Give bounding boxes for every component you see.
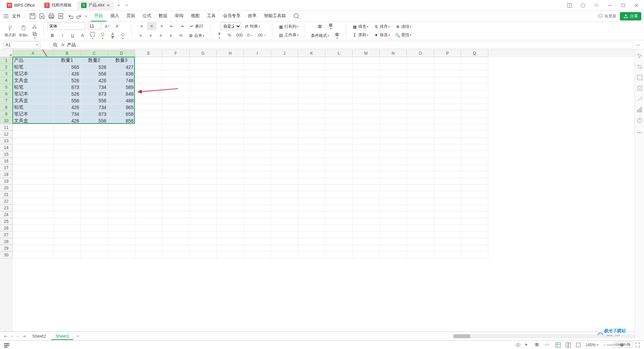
cell[interactable] xyxy=(461,111,488,117)
cell[interactable] xyxy=(135,238,162,245)
cell[interactable] xyxy=(434,131,461,138)
cell[interactable] xyxy=(190,138,217,144)
cell[interactable] xyxy=(407,191,434,198)
cell[interactable] xyxy=(380,245,407,252)
row-header[interactable]: 15 xyxy=(0,151,13,158)
cell[interactable] xyxy=(217,117,244,124)
cell[interactable] xyxy=(271,185,298,191)
cell[interactable] xyxy=(353,111,380,117)
cell[interactable]: 数量3 xyxy=(108,57,135,64)
tools-icon[interactable] xyxy=(637,96,643,102)
cell[interactable] xyxy=(325,91,353,97)
zoom-level[interactable]: 145% xyxy=(585,343,596,347)
column-header[interactable]: J xyxy=(271,50,298,57)
cell[interactable] xyxy=(461,238,488,245)
cell[interactable] xyxy=(13,245,54,252)
cell[interactable] xyxy=(461,171,488,178)
cell[interactable] xyxy=(298,84,325,91)
cell[interactable] xyxy=(461,91,488,97)
cell[interactable] xyxy=(325,104,353,111)
cell[interactable] xyxy=(298,205,325,211)
cell[interactable] xyxy=(244,225,271,232)
cell[interactable] xyxy=(325,211,353,218)
cell[interactable] xyxy=(461,178,488,185)
cell[interactable]: 734 xyxy=(81,84,108,91)
cell[interactable] xyxy=(244,238,271,245)
row-header[interactable]: 28 xyxy=(0,238,13,245)
cell[interactable] xyxy=(325,64,353,70)
cell[interactable] xyxy=(135,185,162,191)
column-header[interactable]: M xyxy=(353,50,380,57)
sheet-tab-active[interactable]: Sheet1 xyxy=(51,332,73,340)
cell[interactable] xyxy=(407,211,434,218)
cell[interactable] xyxy=(353,91,380,97)
cell[interactable] xyxy=(461,185,488,191)
print-icon[interactable] xyxy=(48,13,55,19)
cell[interactable] xyxy=(325,252,353,258)
cell[interactable] xyxy=(298,77,325,84)
cell[interactable] xyxy=(461,131,488,138)
row-header[interactable]: 21 xyxy=(0,191,13,198)
cell[interactable]: 426 xyxy=(54,104,81,111)
cell[interactable] xyxy=(271,164,298,171)
column-header[interactable]: F xyxy=(162,50,190,57)
cell[interactable]: 笔记本 xyxy=(13,91,54,97)
cell[interactable]: 873 xyxy=(81,111,108,117)
cell[interactable] xyxy=(108,245,135,252)
fill-button[interactable]: ▦填充▾ xyxy=(350,23,370,30)
clear-format-button[interactable]: ▾ xyxy=(118,32,127,40)
autosum-button[interactable]: Σ求和▾ xyxy=(350,32,370,39)
tab-home[interactable]: 开始 xyxy=(91,11,106,21)
cell[interactable] xyxy=(190,232,217,238)
cell[interactable] xyxy=(353,198,380,205)
cell[interactable] xyxy=(325,57,353,64)
sort-button[interactable]: ⇅排序▾ xyxy=(372,23,392,30)
cell[interactable] xyxy=(298,124,325,131)
cell[interactable] xyxy=(81,245,108,252)
row-header[interactable]: 11 xyxy=(0,124,13,131)
cell[interactable] xyxy=(81,205,108,211)
percent-button[interactable]: % xyxy=(225,31,234,39)
cell[interactable] xyxy=(108,211,135,218)
cell[interactable] xyxy=(434,57,461,64)
cell[interactable] xyxy=(190,178,217,185)
customize-statusbar-icon[interactable] xyxy=(3,342,10,348)
cell[interactable] xyxy=(380,111,407,117)
cell[interactable] xyxy=(135,84,162,91)
cell[interactable] xyxy=(190,84,217,91)
cell[interactable] xyxy=(135,144,162,151)
border-button[interactable]: ▾ xyxy=(88,32,97,40)
cell[interactable] xyxy=(217,158,244,164)
cell[interactable] xyxy=(325,111,353,117)
cell[interactable] xyxy=(434,198,461,205)
cell[interactable] xyxy=(108,252,135,258)
zoom-dropdown[interactable]: ▾ xyxy=(597,343,598,346)
grid-body[interactable]: 产品数量1数量2数量3铅笔565526427笔记本426556838文具盒526… xyxy=(13,57,637,332)
cell[interactable] xyxy=(380,138,407,144)
eye-view-icon[interactable] xyxy=(515,342,521,348)
cell[interactable] xyxy=(353,232,380,238)
cell[interactable] xyxy=(81,252,108,258)
minimize-button[interactable] xyxy=(605,1,614,10)
cell[interactable] xyxy=(162,124,190,131)
cell[interactable] xyxy=(244,171,271,178)
cell[interactable] xyxy=(407,138,434,144)
cell[interactable]: 556 xyxy=(81,97,108,104)
cell[interactable] xyxy=(108,191,135,198)
settings-icon[interactable] xyxy=(637,64,643,70)
row-header[interactable]: 18 xyxy=(0,171,13,178)
cell[interactable] xyxy=(54,124,81,131)
row-header[interactable]: 7 xyxy=(0,97,13,104)
row-header[interactable]: 22 xyxy=(0,198,13,205)
cell[interactable] xyxy=(162,117,190,124)
cell[interactable] xyxy=(162,64,190,70)
cell[interactable] xyxy=(135,104,162,111)
cell[interactable] xyxy=(353,64,380,70)
cell[interactable] xyxy=(54,252,81,258)
cell[interactable] xyxy=(407,198,434,205)
hamburger-icon[interactable] xyxy=(3,13,9,19)
cell[interactable] xyxy=(461,164,488,171)
cell[interactable] xyxy=(298,97,325,104)
cell[interactable] xyxy=(135,64,162,70)
cell[interactable] xyxy=(81,151,108,158)
